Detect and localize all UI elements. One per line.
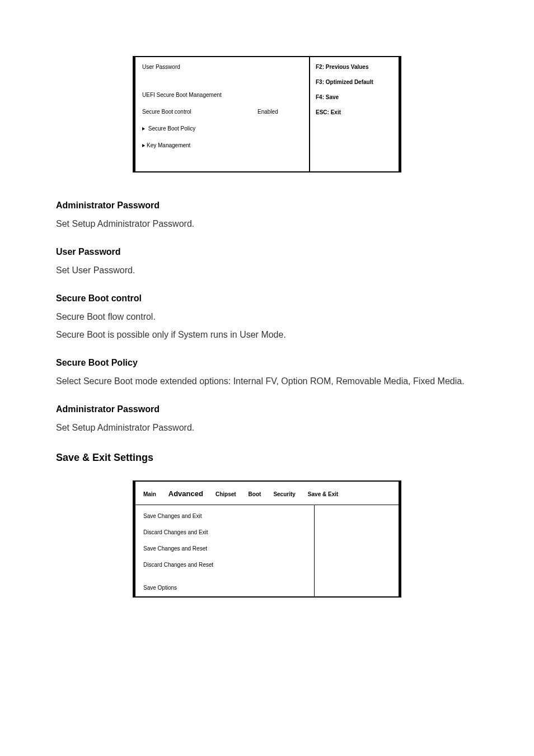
bios-help-panel: F2: Previous Values F3: Optimized Defaul… (309, 57, 399, 171)
save-exit-heading: Save & Exit Settings (56, 452, 478, 464)
tab-main[interactable]: Main (143, 491, 156, 497)
section-secure-boot-policy: Secure Boot Policy Select Secure Boot mo… (56, 358, 478, 389)
section-body: Secure Boot flow control. (56, 309, 478, 324)
help-f3: F3: Optimized Default (316, 79, 393, 85)
help-f4: F4: Save (316, 94, 393, 100)
section-administrator-password-2: Administrator Password Set Setup Adminis… (56, 404, 478, 435)
section-title: Secure Boot control (56, 293, 478, 304)
bios-security-left-panel: User Password UEFI Secure Boot Managemen… (135, 57, 309, 171)
help-f2: F2: Previous Values (316, 64, 393, 70)
item-save-changes-reset[interactable]: Save Changes and Reset (143, 545, 306, 552)
section-user-password: User Password Set User Password. (56, 247, 478, 278)
section-administrator-password: Administrator Password Set Setup Adminis… (56, 200, 478, 231)
tab-advanced[interactable]: Advanced (168, 489, 203, 498)
bios-item-uefi-secure-boot-mgmt: UEFI Secure Boot Management (142, 92, 302, 99)
tab-boot[interactable]: Boot (249, 491, 261, 497)
bios-item-secure-boot-policy[interactable]: Secure Boot Policy (142, 125, 302, 132)
section-body: Set User Password. (56, 263, 478, 278)
section-secure-boot-control: Secure Boot control Secure Boot flow con… (56, 293, 478, 342)
bios-tab-bar: Main Advanced Chipset Boot Security Save… (135, 482, 399, 505)
save-exit-help-panel (314, 505, 399, 596)
item-save-options: Save Options (143, 585, 306, 591)
section-title: Secure Boot Policy (56, 358, 478, 368)
arrow-icon (142, 127, 145, 130)
save-exit-list: Save Changes and Exit Discard Changes an… (135, 505, 314, 596)
arrow-icon (142, 144, 145, 147)
tab-save-exit[interactable]: Save & Exit (308, 491, 338, 497)
item-save-changes-exit[interactable]: Save Changes and Exit (143, 513, 306, 519)
help-esc: ESC: Exit (316, 109, 393, 115)
item-discard-changes-exit[interactable]: Discard Changes and Exit (143, 529, 306, 535)
section-title: User Password (56, 247, 478, 257)
secure-boot-control-value: Enabled (257, 109, 302, 115)
section-title: Administrator Password (56, 404, 478, 414)
key-management-label: Key Management (147, 142, 190, 148)
bios-item-secure-boot-control[interactable]: Secure Boot control Enabled (142, 109, 302, 115)
tab-chipset[interactable]: Chipset (216, 491, 236, 497)
item-discard-changes-reset[interactable]: Discard Changes and Reset (143, 562, 306, 568)
bios-save-exit-box: Main Advanced Chipset Boot Security Save… (133, 480, 401, 598)
section-body: Set Setup Administrator Password. (56, 216, 478, 231)
tab-security[interactable]: Security (273, 491, 295, 497)
bios-item-user-password[interactable]: User Password (142, 64, 302, 71)
section-body: Set Setup Administrator Password. (56, 420, 478, 435)
section-title: Administrator Password (56, 200, 478, 211)
bios-item-key-management[interactable]: Key Management (142, 142, 302, 149)
secure-boot-control-label: Secure Boot control (142, 109, 257, 115)
section-body: Select Secure Boot mode extended options… (56, 374, 478, 389)
secure-boot-policy-label: Secure Boot Policy (148, 125, 196, 132)
section-body: Secure Boot is possible only if System r… (56, 327, 478, 342)
bios-security-box: User Password UEFI Secure Boot Managemen… (133, 56, 401, 172)
